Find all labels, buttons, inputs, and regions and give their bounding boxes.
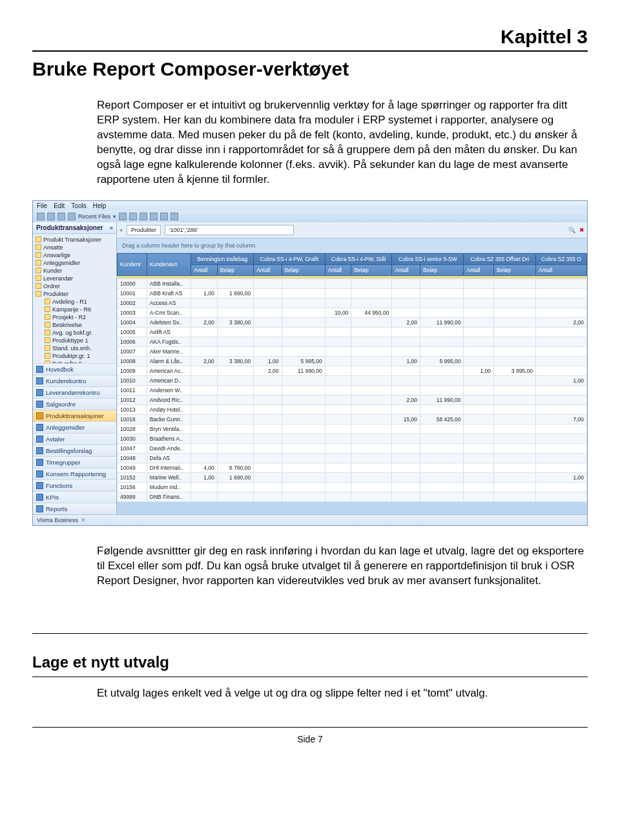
- table-row[interactable]: 10030Braathens A..: [118, 434, 587, 443]
- tree-item[interactable]: Ansatte: [36, 244, 115, 251]
- tree-item[interactable]: Produkttype 1: [36, 337, 115, 344]
- tree-item[interactable]: Prosjekt - R2: [36, 313, 115, 321]
- sidebar-nav-item[interactable]: Hovedbok: [33, 363, 116, 375]
- content-tab-label[interactable]: Produkter: [127, 225, 161, 235]
- tree-item[interactable]: Ordrer: [36, 282, 115, 290]
- table-row[interactable]: 49999DNB Finans..: [118, 492, 587, 501]
- folder-icon: [45, 345, 50, 351]
- table-row[interactable]: 10010American D..1,00: [118, 375, 587, 385]
- nav-icon: [36, 459, 43, 466]
- page-footer: Side 7: [32, 734, 588, 744]
- table-row[interactable]: 10002Access AS: [118, 298, 587, 308]
- toolbar-icon[interactable]: [119, 213, 127, 220]
- tree-item[interactable]: Produktpr.gr. 1: [36, 352, 115, 360]
- section-heading: Lage et nytt utvalg: [32, 653, 588, 671]
- sidebar-nav-item[interactable]: Reports: [33, 503, 116, 514]
- toolbar-icon[interactable]: [160, 213, 168, 220]
- table-row[interactable]: 10001ABB Kraft AS1,001 690,00: [118, 288, 587, 298]
- page-title: Bruke Report Composer-verktøyet: [32, 58, 588, 80]
- field-tree: Produkt TransaksjonerAnsatteAnsvarligeAn…: [33, 234, 116, 363]
- toolbar-icon[interactable]: [170, 213, 178, 220]
- groupby-bar[interactable]: Drag a column header here to group by th…: [117, 238, 587, 253]
- tree-item[interactable]: Beskrivelse: [36, 321, 115, 329]
- folder-icon: [45, 299, 50, 304]
- menu-help[interactable]: Help: [93, 202, 107, 209]
- table-row[interactable]: 10156Modum Ind..: [118, 482, 587, 492]
- toolbar-icon[interactable]: [129, 213, 137, 220]
- sidebar-nav-item[interactable]: Anleggsmidler: [33, 421, 116, 433]
- tree-root[interactable]: Produkt Transaksjoner: [36, 236, 115, 244]
- folder-icon: [36, 260, 41, 266]
- tree-item[interactable]: Ansvarlige: [36, 251, 115, 259]
- sidebar-nav-item[interactable]: Kunderekontro: [33, 375, 116, 386]
- toolbar-icon[interactable]: [37, 213, 45, 220]
- table-row[interactable]: 10003A-Cmi Scan..10,0044 950,00: [118, 308, 587, 317]
- clear-icon[interactable]: ✖: [579, 227, 584, 233]
- nav-icon: [36, 505, 43, 512]
- sidebar-nav-item[interactable]: Avtaler: [33, 433, 116, 445]
- folder-icon: [36, 252, 41, 258]
- nav-icon: [36, 470, 43, 478]
- collapse-icon[interactable]: «: [119, 227, 123, 233]
- nav-icon: [36, 436, 43, 443]
- toolbar-icon[interactable]: [150, 213, 158, 220]
- sidebar-nav-item[interactable]: Bestillingsforslag: [33, 445, 116, 456]
- table-row[interactable]: 10049DHl Internati..4,006 760,00: [118, 463, 587, 472]
- tree-item[interactable]: Kampanje - R6: [36, 306, 115, 313]
- toolbar-recent-label[interactable]: Recent Files: [78, 213, 110, 220]
- folder-icon: [36, 291, 41, 297]
- paragraph-1: Report Composer er et intuitivt og bruke…: [97, 98, 588, 187]
- tree-item[interactable]: Kunder: [36, 267, 115, 275]
- table-row[interactable]: 10005Airlift AS: [118, 327, 587, 337]
- search-icon[interactable]: 🔍: [568, 227, 575, 233]
- sidebar-nav-item[interactable]: Konsern Rapportering: [33, 468, 116, 479]
- close-icon[interactable]: ✕: [81, 517, 86, 523]
- tree-item[interactable]: Produkter: [36, 290, 115, 298]
- table-row[interactable]: 10013Andøy Hotel..: [118, 404, 587, 414]
- tree-item[interactable]: Avdeling - R1: [36, 298, 115, 306]
- statusbar: Visma Business✕: [33, 514, 587, 525]
- menu-tools[interactable]: Tools: [71, 202, 86, 209]
- folder-icon: [36, 283, 41, 289]
- paragraph-3: Et utvalg lages enkelt ved å velge ut og…: [97, 686, 588, 701]
- tree-item[interactable]: Leverandør: [36, 275, 115, 282]
- toolbar-icon[interactable]: [68, 213, 76, 220]
- table-row[interactable]: 10008Alarm & Lås..2,003 380,001,005 995,…: [118, 356, 587, 366]
- table-row[interactable]: 10000ABB Installa..: [118, 278, 587, 288]
- sidebar-nav-item[interactable]: Produkttransaksjoner: [33, 410, 116, 421]
- sidebar-nav-item[interactable]: Salgsordre: [33, 398, 116, 410]
- filter-input[interactable]: '1001','286': [165, 225, 294, 235]
- sidebar-nav-item[interactable]: Leverandørrekontro: [33, 386, 116, 398]
- table-row[interactable]: 10007Aker Marine..: [118, 346, 587, 356]
- folder-icon: [36, 236, 41, 242]
- nav-icon: [36, 401, 43, 408]
- table-row[interactable]: 10009American Ac..2,0011 990,001,003 895…: [118, 366, 587, 375]
- menu-edit[interactable]: Edit: [54, 202, 65, 209]
- menu-file[interactable]: File: [37, 202, 47, 209]
- table-row[interactable]: 10004Adelsten Sv..2,003 380,002,0011 990…: [118, 317, 587, 327]
- toolbar-icon[interactable]: [140, 213, 147, 220]
- nav-icon: [36, 482, 43, 489]
- table-row[interactable]: 10028Bryn Ventila..: [118, 424, 587, 434]
- toolbar-icon[interactable]: [47, 213, 55, 220]
- nav-icon: [36, 447, 43, 454]
- table-row[interactable]: 10011Andersen W..: [118, 385, 587, 395]
- table-row[interactable]: 10152Marine Well..1,001 690,001,00: [118, 472, 587, 482]
- nav-icon: [36, 377, 43, 384]
- table-row[interactable]: 10018Backe Gunn..15,0058 425,007,00: [118, 414, 587, 424]
- sidebar-nav-item[interactable]: Functions: [33, 479, 116, 491]
- tree-item[interactable]: Avg. og bokf.gr.: [36, 329, 115, 337]
- sidebar-nav-item[interactable]: KPIs: [33, 491, 116, 503]
- table-row[interactable]: 10006AKA Fogsls..: [118, 337, 587, 346]
- toolbar-icon[interactable]: [57, 213, 65, 220]
- table-row[interactable]: 10048Defa AS: [118, 453, 587, 463]
- tree-item[interactable]: Anleggsmidler: [36, 259, 115, 267]
- nav-icon: [36, 389, 43, 396]
- folder-icon: [45, 337, 50, 343]
- table-row[interactable]: 10012Andvord Ric..2,0011 990,00: [118, 395, 587, 404]
- tree-item[interactable]: Stand. uts.enh.: [36, 344, 115, 352]
- table-row[interactable]: 10047Davidt-Ande..: [118, 443, 587, 453]
- folder-icon: [45, 353, 50, 359]
- sidebar-nav-item[interactable]: Timegrupper: [33, 456, 116, 468]
- collapse-icon[interactable]: «: [109, 224, 113, 231]
